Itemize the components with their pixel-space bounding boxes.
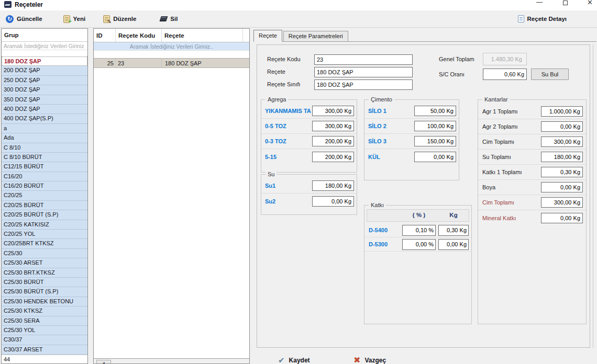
kantarlar-groupbox: Kantarlar Agr 1 Toplamı Agr 2 Toplamı Ci… <box>478 99 587 324</box>
group-item[interactable]: C30/37 ARSET <box>2 345 87 355</box>
group-item[interactable]: C20/25 BÜRÜT <box>2 201 87 210</box>
kantar-row-input[interactable] <box>541 121 583 132</box>
group-item[interactable]: C20/25 YOL <box>2 230 87 239</box>
agrega-row: YIKANMAMIS TA <box>261 104 357 119</box>
recete-sinifi-input[interactable] <box>314 79 413 90</box>
group-item[interactable]: 250 DOZ ŞAP <box>2 76 87 85</box>
agrega-row-input[interactable] <box>312 136 354 146</box>
group-item[interactable]: C30/37 <box>2 335 87 345</box>
group-item[interactable]: C16/20 BÜRÜT <box>2 181 87 191</box>
su-row-label: Su2 <box>265 198 311 204</box>
group-item[interactable]: C12/15 BÜRÜT <box>2 162 87 172</box>
group-item[interactable]: 400 DOZ ŞAP <box>2 105 87 114</box>
column-header-id[interactable]: ID <box>94 29 116 42</box>
group-item[interactable]: C 8/10 <box>2 143 87 153</box>
agrega-row-label: 0-5 TOZ <box>265 123 311 129</box>
column-header-recete[interactable]: Reçete <box>162 29 243 42</box>
kantar-row-input[interactable] <box>541 106 583 117</box>
kantar-row-input[interactable] <box>541 213 583 223</box>
recete-detayi-header: Reçete Detayı <box>518 15 567 22</box>
katki-row: D-5300 <box>364 237 471 252</box>
sil-button[interactable]: Sil <box>158 14 180 24</box>
yeni-button[interactable]: + Yeni <box>61 14 89 25</box>
guncelle-button[interactable]: ↻ Güncelle <box>3 14 45 25</box>
group-item[interactable]: C25/30 KTKSZ <box>2 306 87 316</box>
group-item[interactable]: 400 DOZ ŞAP(S.P) <box>2 114 87 123</box>
column-header-recete-kodu[interactable]: Reçete Kodu <box>116 29 162 42</box>
group-item[interactable]: 300 DOZ ŞAP <box>2 85 87 95</box>
su-bul-button[interactable]: Su Bul <box>531 69 569 80</box>
group-item[interactable]: a <box>2 124 87 133</box>
group-search-input[interactable] <box>2 42 87 50</box>
group-item[interactable]: C25/30 HENDEK BETONU <box>2 297 87 306</box>
close-button[interactable]: ✕ <box>587 0 593 6</box>
kantar-row-input[interactable] <box>541 167 583 177</box>
right-edge-divider <box>593 44 593 348</box>
kantar-row: Mineral Katkı <box>478 210 586 225</box>
recete-kodu-input[interactable] <box>314 54 413 65</box>
cimento-row-input[interactable] <box>414 106 456 116</box>
group-item[interactable]: C16/20 <box>2 172 87 181</box>
group-item[interactable]: C25/30 SERA <box>2 316 87 326</box>
tab-recete[interactable]: Reçete <box>253 30 282 42</box>
eraser-icon <box>160 16 168 21</box>
su-row-input[interactable] <box>312 180 354 191</box>
detail-tabs: Reçete Reçete Parametreleri <box>253 30 596 42</box>
agrega-row-input[interactable] <box>312 121 354 131</box>
recete-detayi-label: Reçete Detayı <box>527 16 567 22</box>
su-row-input[interactable] <box>312 196 354 207</box>
cimento-row-label: SİLO 1 <box>368 108 413 114</box>
katki-kg-input[interactable] <box>438 225 469 236</box>
group-item[interactable]: C25/30 ARSET <box>2 258 87 268</box>
group-item[interactable]: 200 DOZ ŞAP <box>2 66 87 75</box>
cimento-row-input[interactable] <box>414 136 456 146</box>
maximize-button[interactable] <box>563 1 568 5</box>
tab-recete-parametreleri[interactable]: Reçete Parametreleri <box>283 31 348 41</box>
group-item[interactable]: C20/25 KATKISIZ <box>2 220 87 230</box>
kantar-row-label: Agr 2 Toplamı <box>482 123 518 130</box>
group-item[interactable]: C25/30 BÜRÜT (S.P) <box>2 287 87 297</box>
katki-kg-input[interactable] <box>438 239 469 250</box>
agrega-row-input[interactable] <box>312 152 354 162</box>
group-item[interactable]: C25/30 YOL <box>2 326 87 335</box>
cimento-row: SİLO 2 <box>364 119 459 134</box>
group-item-selected[interactable]: 180 DOZ ŞAP <box>2 56 87 66</box>
kantar-row-label: Boya <box>482 184 495 190</box>
group-item[interactable]: Ada <box>2 133 87 143</box>
agrega-row-label: 0-3 TOZ <box>265 138 311 144</box>
kantar-row-input[interactable] <box>541 197 583 208</box>
recete-sinifi-label: Reçete Sınıfı <box>267 81 301 87</box>
katki-pct-input[interactable] <box>402 225 436 236</box>
kantar-row-input[interactable] <box>541 182 583 192</box>
table-row-selected[interactable]: 25 23 180 DOZ ŞAP <box>94 58 249 68</box>
katki-pct-input[interactable] <box>402 239 436 250</box>
group-item[interactable]: C20/25 BÜRÜT (S.P) <box>2 210 87 220</box>
group-item[interactable]: C25/30 <box>2 249 87 258</box>
recete-input[interactable] <box>314 67 413 77</box>
kantar-row-input[interactable] <box>541 152 583 162</box>
sc-orani-input[interactable] <box>483 69 527 80</box>
duzenle-button[interactable]: ✎ Düzenle <box>101 14 139 25</box>
kantar-row-label: Mineral Katkı <box>482 215 516 221</box>
katki-groupbox: Katkı ( % ) Kg D-5400 D-5300 <box>364 205 472 324</box>
group-list: 180 DOZ ŞAP 200 DOZ ŞAP 250 DOZ ŞAP 300 … <box>2 56 87 364</box>
group-item[interactable]: C20/25BRT KTKSZ <box>2 239 87 248</box>
vazgec-label: Vazgeç <box>364 357 386 364</box>
cimento-row-input[interactable] <box>414 152 456 162</box>
kantar-row-label: Agr 1 Toplamı <box>482 108 518 115</box>
kaydet-button[interactable]: ✔ Kaydet <box>278 356 310 364</box>
vazgec-button[interactable]: ✖ Vazgeç <box>353 355 386 364</box>
agrega-row-input[interactable] <box>312 106 354 116</box>
group-item[interactable]: C20/25 <box>2 191 87 200</box>
cimento-row-input[interactable] <box>414 121 456 131</box>
group-item[interactable]: 350 DOZ ŞAP <box>2 95 87 105</box>
table-search-input[interactable] <box>94 42 249 51</box>
minimize-button[interactable]: — <box>536 0 543 6</box>
katki-col-pct: ( % ) <box>402 212 436 218</box>
navigator-first-button[interactable]: ◂ <box>96 360 111 364</box>
kantar-row-input[interactable] <box>541 136 583 147</box>
group-item[interactable]: C25/30 BRT.KTKSZ <box>2 268 87 278</box>
group-item[interactable]: 44 <box>2 355 87 364</box>
group-item[interactable]: C 8/10 BÜRÜT <box>2 153 87 162</box>
group-item[interactable]: C25/30 BÜRÜT <box>2 278 87 287</box>
